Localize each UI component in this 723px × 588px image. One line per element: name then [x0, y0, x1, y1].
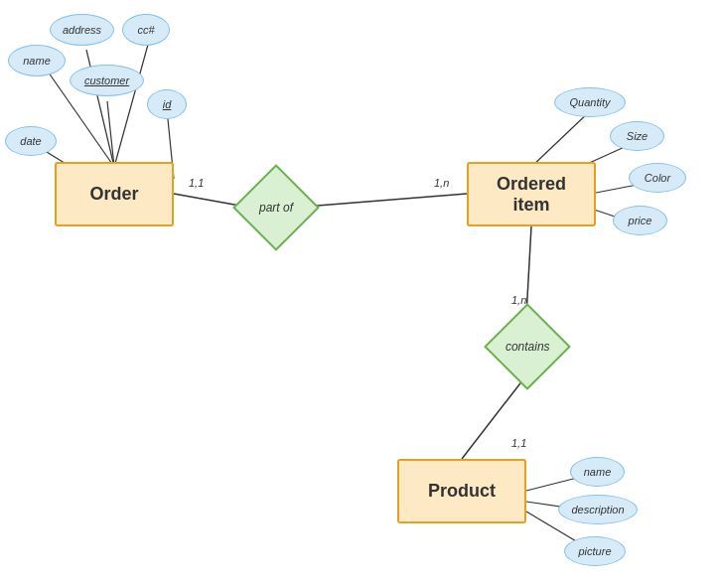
attribute-address: address: [50, 14, 114, 46]
svg-line-10: [531, 109, 592, 167]
attribute-product-name: name: [570, 457, 625, 487]
cardinality-ordered-contains: 1,n: [511, 294, 526, 306]
attribute-date: date: [5, 126, 57, 156]
attribute-name: name: [8, 45, 66, 76]
entity-order: Order: [55, 162, 174, 226]
attribute-quantity: Quantity: [554, 87, 626, 117]
cardinality-partof-ordered: 1,n: [434, 177, 449, 189]
entity-ordered-item: Ordered item: [467, 162, 596, 226]
entity-product: Product: [397, 459, 526, 523]
cardinality-contains-product: 1,1: [511, 437, 526, 449]
attribute-cc: cc#: [122, 14, 170, 46]
attribute-id: id: [147, 89, 187, 119]
attribute-color: Color: [629, 163, 686, 193]
cardinality-order-partof: 1,1: [189, 177, 204, 189]
svg-line-1: [305, 194, 467, 207]
relationship-part-of: part of: [232, 164, 320, 251]
attribute-size: Size: [610, 121, 664, 151]
attribute-price: price: [613, 206, 667, 235]
relationship-contains: contains: [484, 303, 571, 390]
er-diagram: Order Ordered item Product part of conta…: [0, 0, 723, 588]
svg-line-7: [107, 101, 114, 167]
attribute-description: description: [558, 495, 638, 524]
attribute-picture: picture: [564, 536, 626, 566]
attribute-customer: customer: [70, 65, 144, 96]
svg-line-6: [114, 34, 151, 167]
